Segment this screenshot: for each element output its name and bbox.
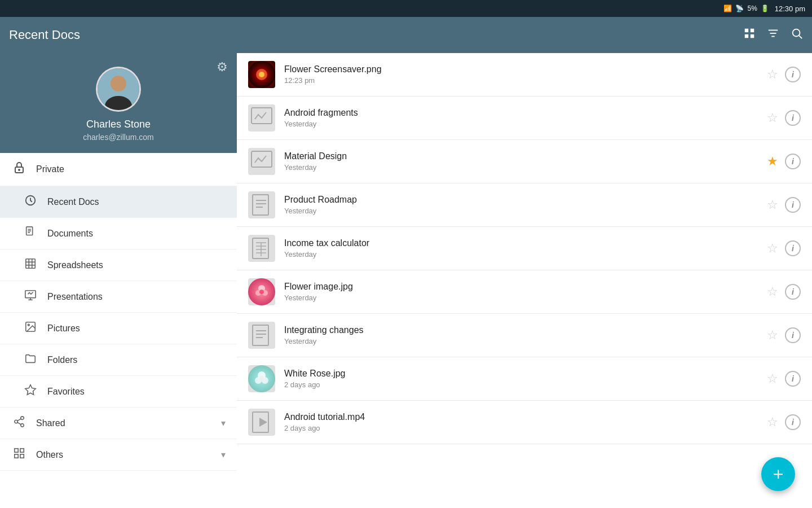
clock-icon xyxy=(23,194,38,209)
star-button-4[interactable]: ☆ xyxy=(767,198,778,212)
doc-item-3[interactable]: Material Design Yesterday ★ i xyxy=(237,140,812,183)
settings-icon[interactable]: ⚙ xyxy=(217,60,228,75)
sidebar-item-shared[interactable]: Shared ▾ xyxy=(0,408,237,439)
sidebar-item-others[interactable]: Others ▾ xyxy=(0,439,237,471)
doc-item-8[interactable]: White Rose.jpg 2 days ago ☆ i xyxy=(237,357,812,401)
doc-item-5[interactable]: Income tax calculator Yesterday ☆ i xyxy=(237,227,812,270)
star-button-8[interactable]: ☆ xyxy=(767,371,778,386)
others-chevron-icon: ▾ xyxy=(221,449,226,460)
doc-date-9: 2 days ago xyxy=(284,424,758,432)
sidebar-item-documents[interactable]: Documents xyxy=(0,218,237,249)
search-icon[interactable] xyxy=(791,27,803,43)
sidebar-item-presentations[interactable]: Presentations xyxy=(0,281,237,313)
doc-thumb-5 xyxy=(248,235,275,262)
fab-add-button[interactable]: + xyxy=(761,457,795,491)
star-button-3[interactable]: ★ xyxy=(767,154,778,169)
sidebar-item-pictures[interactable]: Pictures xyxy=(0,313,237,344)
info-button-7[interactable]: i xyxy=(785,327,801,343)
info-button-2[interactable]: i xyxy=(785,110,801,126)
sidebar-item-private-label: Private xyxy=(36,164,226,174)
svg-marker-70 xyxy=(259,418,267,427)
main-layout: ⚙ Charles Stone charles@zillum.com xyxy=(0,53,812,508)
doc-actions-4: ☆ i xyxy=(767,197,801,213)
doc-title-2: Android fragments xyxy=(284,108,758,118)
star-button-2[interactable]: ☆ xyxy=(767,111,778,125)
sidebar-item-recent-docs[interactable]: Recent Docs xyxy=(0,186,237,218)
info-button-3[interactable]: i xyxy=(785,154,801,169)
doc-actions-7: ☆ i xyxy=(767,327,801,343)
doc-info-4: Product Roadmap Yesterday xyxy=(284,195,758,215)
presentation-icon xyxy=(23,289,38,304)
content-area: Flower Screensaver.png 12:23 pm ☆ i Andr… xyxy=(237,53,812,508)
status-icons: 📶 📡 5% 🔋 12:30 pm xyxy=(723,5,805,13)
svg-rect-19 xyxy=(26,259,36,269)
doc-actions-2: ☆ i xyxy=(767,110,801,126)
doc-title-3: Material Design xyxy=(284,151,758,161)
svg-rect-3 xyxy=(751,34,754,38)
lock-icon xyxy=(11,161,27,178)
doc-date-7: Yesterday xyxy=(284,337,758,345)
sidebar-item-favorites[interactable]: Favorites xyxy=(0,376,237,408)
svg-rect-38 xyxy=(20,454,24,458)
sidebar-item-private[interactable]: Private xyxy=(0,153,237,186)
doc-actions-6: ☆ i xyxy=(767,284,801,300)
wifi-icon: 📶 xyxy=(723,5,732,12)
doc-item-2[interactable]: Android fragments Yesterday ☆ i xyxy=(237,97,812,140)
sidebar-item-folders-label: Folders xyxy=(47,355,226,365)
star-button-7[interactable]: ☆ xyxy=(767,328,778,343)
filter-icon[interactable] xyxy=(767,27,779,43)
svg-rect-43 xyxy=(251,108,272,124)
svg-point-42 xyxy=(259,72,264,77)
info-button-6[interactable]: i xyxy=(785,284,801,300)
doc-actions-5: ☆ i xyxy=(767,240,801,256)
app-bar: Recent Docs xyxy=(0,17,812,53)
doc-thumb-6 xyxy=(248,278,275,305)
doc-actions-9: ☆ i xyxy=(767,414,801,430)
svg-rect-44 xyxy=(251,151,272,167)
doc-info-7: Integrating changes Yesterday xyxy=(284,325,758,345)
sidebar-item-recent-docs-label: Recent Docs xyxy=(47,197,226,207)
svg-rect-2 xyxy=(745,34,748,38)
shared-chevron-icon: ▾ xyxy=(221,418,226,428)
info-button-1[interactable]: i xyxy=(785,67,801,82)
doc-info-2: Android fragments Yesterday xyxy=(284,108,758,128)
doc-item-7[interactable]: Integrating changes Yesterday ☆ i xyxy=(237,314,812,357)
doc-item-4[interactable]: Product Roadmap Yesterday ☆ i xyxy=(237,183,812,227)
svg-rect-60 xyxy=(253,325,268,345)
time-display: 12:30 pm xyxy=(775,5,805,13)
info-button-8[interactable]: i xyxy=(785,371,801,387)
star-button-9[interactable]: ☆ xyxy=(767,415,778,430)
star-button-1[interactable]: ☆ xyxy=(767,67,778,82)
doc-thumb-7 xyxy=(248,322,275,349)
doc-item-1[interactable]: Flower Screensaver.png 12:23 pm ☆ i xyxy=(237,53,812,97)
info-button-9[interactable]: i xyxy=(785,414,801,430)
svg-point-68 xyxy=(259,376,264,382)
doc-thumb-4 xyxy=(248,191,275,218)
doc-actions-3: ★ i xyxy=(767,154,801,169)
sidebar-item-spreadsheets[interactable]: Spreadsheets xyxy=(0,249,237,281)
star-button-5[interactable]: ☆ xyxy=(767,241,778,256)
doc-thumb-2 xyxy=(248,104,275,132)
svg-line-33 xyxy=(17,422,21,424)
avatar xyxy=(96,67,141,112)
svg-point-32 xyxy=(21,424,24,427)
sidebar-item-folders[interactable]: Folders xyxy=(0,344,237,376)
profile-name: Charles Stone xyxy=(86,119,151,130)
doc-title-5: Income tax calculator xyxy=(284,238,758,248)
info-button-5[interactable]: i xyxy=(785,240,801,256)
doc-date-6: Yesterday xyxy=(284,294,758,302)
doc-item-6[interactable]: Flower image.jpg Yesterday ☆ i xyxy=(237,270,812,314)
signal-icon: 📡 xyxy=(735,5,744,12)
doc-date-2: Yesterday xyxy=(284,120,758,128)
star-button-6[interactable]: ☆ xyxy=(767,284,778,299)
doc-item-9[interactable]: Android tutorial.mp4 2 days ago ☆ i xyxy=(237,401,812,444)
doc-date-8: 2 days ago xyxy=(284,380,758,389)
grid-view-icon[interactable] xyxy=(743,27,756,43)
doc-date-3: Yesterday xyxy=(284,163,758,172)
status-bar: 📶 📡 5% 🔋 12:30 pm xyxy=(0,0,812,17)
doc-title-9: Android tutorial.mp4 xyxy=(284,412,758,422)
doc-thumb-8 xyxy=(248,365,275,392)
svg-line-34 xyxy=(17,419,21,421)
others-icon xyxy=(11,447,27,462)
info-button-4[interactable]: i xyxy=(785,197,801,213)
